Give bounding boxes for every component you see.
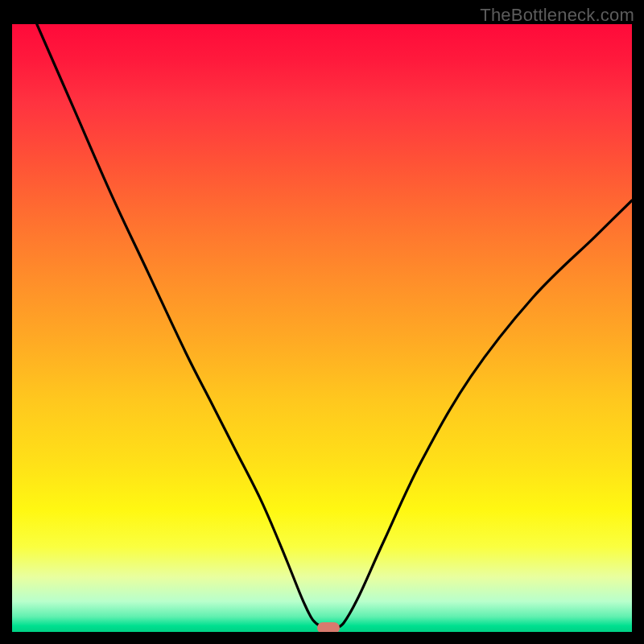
chart-frame: TheBottleneck.com xyxy=(0,0,644,644)
plot-area xyxy=(12,24,632,632)
optimum-marker xyxy=(317,622,340,632)
watermark-text: TheBottleneck.com xyxy=(480,5,634,26)
bottleneck-curve xyxy=(12,24,632,632)
